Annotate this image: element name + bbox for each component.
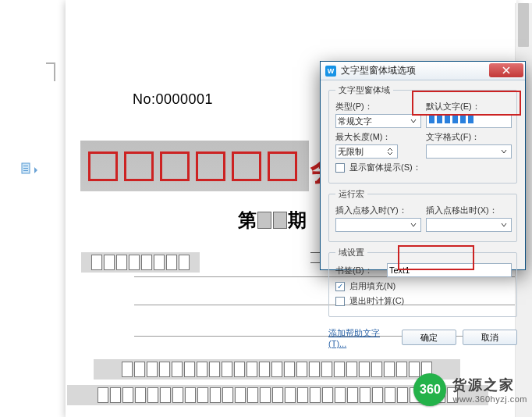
maxlen-label: 最大长度(M)： — [335, 131, 421, 143]
calc-on-exit-label: 退出时计算(C) — [349, 295, 404, 307]
title-char-slot — [124, 151, 154, 181]
bookmark-input[interactable] — [387, 263, 512, 277]
type-label: 类型(P)： — [335, 101, 421, 112]
form-field-strip[interactable] — [81, 252, 200, 273]
maxlen-stepper[interactable]: 无限制 — [335, 144, 398, 159]
dialog-title: 文字型窗体域选项 — [341, 64, 416, 77]
type-select[interactable]: 常规文字 — [335, 114, 421, 128]
calc-on-exit-checkbox[interactable] — [335, 297, 345, 306]
show-prompt-label: 显示窗体提示(S)： — [349, 162, 421, 173]
stepper-icon — [385, 146, 395, 157]
chevron-down-icon — [498, 219, 509, 230]
issue-slot[interactable] — [257, 212, 271, 229]
maxlen-value: 无限制 — [338, 146, 364, 158]
watermark: 360 货源之家 www.360hyzj.com — [413, 373, 527, 406]
bookmark-label: 书签(B)： — [335, 265, 382, 276]
page-thumbnail-icon[interactable] — [20, 162, 33, 175]
type-select-value: 常规文字 — [338, 116, 372, 127]
serial-number: No:0000001 — [133, 91, 213, 108]
svg-rect-1 — [23, 166, 28, 166]
issue-prefix: 第 — [238, 208, 257, 233]
title-field-row[interactable] — [80, 141, 309, 191]
form-field-strip[interactable] — [94, 359, 460, 380]
fill-enabled-checkbox[interactable] — [335, 282, 345, 291]
title-char-slot — [268, 151, 297, 181]
chevron-down-icon — [498, 146, 509, 157]
chevron-down-icon — [408, 116, 419, 127]
format-select[interactable] — [426, 144, 512, 159]
watermark-badge: 360 — [413, 373, 446, 406]
close-icon — [502, 66, 510, 74]
dialog-titlebar[interactable]: W 文字型窗体域选项 — [321, 62, 525, 80]
watermark-cn: 货源之家 — [452, 376, 527, 394]
watermark-text: 货源之家 www.360hyzj.com — [452, 376, 527, 404]
dropdown-caret-icon — [34, 167, 37, 173]
title-char-slot — [160, 151, 190, 181]
dialog-button-row: 添加帮助文字(T)... 确定 取消 — [321, 326, 525, 350]
default-text-selection — [428, 115, 509, 124]
group-field-settings: 域设置 书签(B)： 启用填充(N) 退出时计算(C) — [328, 247, 517, 317]
group-legend: 文字型窗体域 — [335, 84, 393, 96]
cancel-button[interactable]: 取消 — [463, 330, 517, 345]
title-char-slot — [88, 151, 118, 181]
serial-value: 0000001 — [156, 91, 214, 107]
watermark-url: www.360hyzj.com — [452, 394, 527, 404]
format-label: 文字格式(F)： — [426, 131, 512, 143]
group-run-macro: 运行宏 插入点移入时(Y)： 插入点移出时(X)： — [328, 188, 517, 242]
fill-enabled-label: 启用填充(N) — [349, 280, 395, 292]
on-exit-select[interactable] — [426, 218, 512, 232]
close-button[interactable] — [489, 63, 523, 77]
scrollbar-thumb[interactable] — [518, 3, 529, 47]
svg-rect-2 — [23, 168, 28, 169]
on-enter-select[interactable] — [335, 218, 421, 232]
default-text-label: 默认文字(E)： — [426, 101, 512, 112]
chevron-down-icon — [408, 219, 419, 230]
default-text-input[interactable] — [426, 114, 512, 128]
issue-number: 第 期 — [238, 208, 307, 233]
group-legend: 域设置 — [335, 247, 367, 258]
add-help-text-button[interactable]: 添加帮助文字(T)... — [328, 330, 395, 345]
on-exit-label: 插入点移出时(X)： — [426, 205, 512, 216]
group-text-form-field: 文字型窗体域 类型(P)： 常规文字 默认文字(E)： — [328, 84, 517, 184]
text-form-field-options-dialog: W 文字型窗体域选项 文字型窗体域 类型(P)： 常规文字 默认文字(E)： — [320, 61, 526, 270]
ok-button[interactable]: 确定 — [402, 330, 456, 345]
app-icon: W — [325, 66, 336, 77]
group-legend: 运行宏 — [335, 188, 367, 200]
serial-prefix: No: — [133, 91, 156, 107]
show-prompt-checkbox[interactable] — [335, 163, 345, 173]
dialog-body: 文字型窗体域 类型(P)： 常规文字 默认文字(E)： — [321, 80, 525, 326]
on-enter-label: 插入点移入时(Y)： — [335, 205, 421, 216]
svg-rect-3 — [23, 170, 28, 171]
title-char-slot — [232, 151, 261, 181]
title-char-slot — [196, 151, 225, 181]
issue-slot[interactable] — [273, 212, 287, 229]
issue-suffix: 期 — [288, 208, 307, 233]
